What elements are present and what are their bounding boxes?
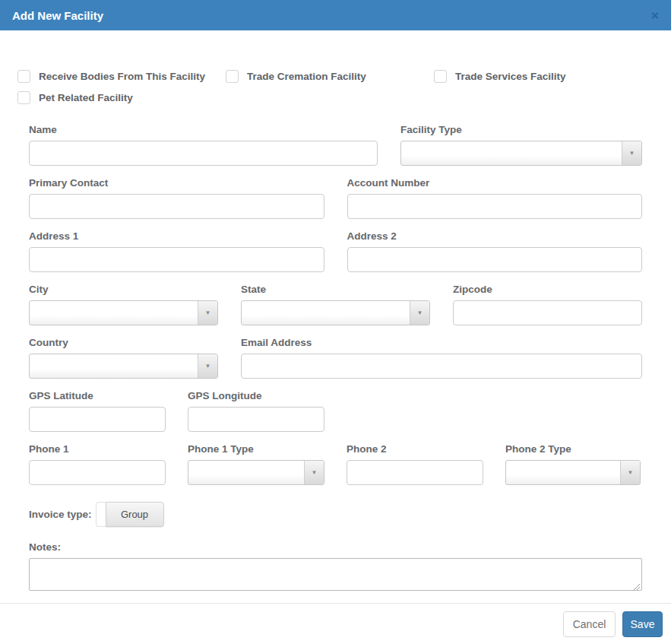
notes-textarea[interactable] xyxy=(29,558,642,591)
phone2-type-select[interactable]: ▼ xyxy=(505,460,641,485)
city-label: City xyxy=(29,284,218,295)
country-select[interactable]: ▼ xyxy=(29,354,218,379)
email-label: Email Address xyxy=(241,337,642,348)
checkbox-trade-cremation[interactable]: Trade Cremation Facility xyxy=(226,70,434,83)
modal-body: Receive Bodies From This Facility Trade … xyxy=(0,30,671,594)
state-label: State xyxy=(241,284,430,295)
phone1-type-select[interactable]: ▼ xyxy=(188,460,324,485)
toggle-group-button[interactable]: Group xyxy=(106,502,164,527)
add-facility-modal: Add New Facility × Receive Bodies From T… xyxy=(0,0,671,644)
address2-input[interactable] xyxy=(347,247,643,272)
chevron-down-icon[interactable]: ▼ xyxy=(198,301,217,325)
account-number-label: Account Number xyxy=(347,177,643,189)
modal-header: Add New Facility × xyxy=(0,0,671,30)
account-number-input[interactable] xyxy=(347,194,643,219)
phone2-input[interactable] xyxy=(347,460,483,485)
select-value xyxy=(506,461,620,484)
primary-contact-input[interactable] xyxy=(29,194,324,219)
gps-latitude-input[interactable] xyxy=(29,407,166,432)
select-value xyxy=(401,141,622,165)
checkbox-box[interactable] xyxy=(434,70,447,83)
chevron-down-icon[interactable]: ▼ xyxy=(198,354,217,378)
address2-label: Address 2 xyxy=(347,230,643,242)
facility-type-select[interactable]: ▼ xyxy=(400,141,642,166)
phone1-input[interactable] xyxy=(29,460,166,485)
address1-label: Address 1 xyxy=(29,230,324,242)
checkbox-label: Trade Services Facility xyxy=(455,71,566,82)
state-select[interactable]: ▼ xyxy=(241,300,430,325)
modal-footer: Cancel Save xyxy=(0,603,671,644)
notes-label: Notes: xyxy=(29,541,642,553)
gps-latitude-label: GPS Latitude xyxy=(29,390,166,401)
invoice-type-toggle[interactable]: Group xyxy=(96,502,164,527)
select-value xyxy=(242,301,410,325)
select-value xyxy=(188,461,304,484)
zipcode-label: Zipcode xyxy=(453,284,642,295)
checkbox-label: Trade Cremation Facility xyxy=(247,71,366,82)
checkbox-receive-bodies[interactable]: Receive Bodies From This Facility xyxy=(17,70,226,83)
gps-longitude-input[interactable] xyxy=(188,407,324,432)
select-value xyxy=(30,301,198,325)
facility-type-label: Facility Type xyxy=(400,124,642,135)
zipcode-input[interactable] xyxy=(453,300,642,325)
checkbox-box[interactable] xyxy=(17,91,30,104)
country-label: Country xyxy=(29,337,218,348)
primary-contact-label: Primary Contact xyxy=(29,177,324,189)
phone2-type-label: Phone 2 Type xyxy=(505,443,641,455)
cancel-button[interactable]: Cancel xyxy=(563,611,616,637)
toggle-off-segment[interactable] xyxy=(96,502,106,527)
checkbox-trade-services[interactable]: Trade Services Facility xyxy=(434,70,642,83)
select-value xyxy=(30,354,198,378)
checkbox-label: Receive Bodies From This Facility xyxy=(39,71,205,82)
save-button[interactable]: Save xyxy=(622,611,663,637)
name-label: Name xyxy=(29,124,378,135)
gps-longitude-label: GPS Longitude xyxy=(188,390,324,401)
email-input[interactable] xyxy=(241,354,642,379)
checkbox-box[interactable] xyxy=(17,70,30,83)
chevron-down-icon[interactable]: ▼ xyxy=(304,461,324,484)
checkbox-box[interactable] xyxy=(226,70,239,83)
chevron-down-icon[interactable]: ▼ xyxy=(620,461,640,484)
modal-title: Add New Facility xyxy=(12,9,103,22)
checkbox-pet-related[interactable]: Pet Related Facility xyxy=(17,91,229,104)
invoice-type-label: Invoice type: xyxy=(29,509,92,520)
phone2-label: Phone 2 xyxy=(347,443,483,455)
checkbox-label: Pet Related Facility xyxy=(39,92,133,103)
address1-input[interactable] xyxy=(29,247,324,272)
phone1-label: Phone 1 xyxy=(29,443,166,455)
city-select[interactable]: ▼ xyxy=(29,300,218,325)
facility-flags-section: Receive Bodies From This Facility Trade … xyxy=(17,70,642,104)
chevron-down-icon[interactable]: ▼ xyxy=(410,301,429,325)
chevron-down-icon[interactable]: ▼ xyxy=(622,141,641,165)
phone1-type-label: Phone 1 Type xyxy=(188,443,324,455)
close-icon[interactable]: × xyxy=(651,9,659,22)
invoice-type-row: Invoice type: Group xyxy=(29,502,642,527)
name-input[interactable] xyxy=(29,141,378,166)
